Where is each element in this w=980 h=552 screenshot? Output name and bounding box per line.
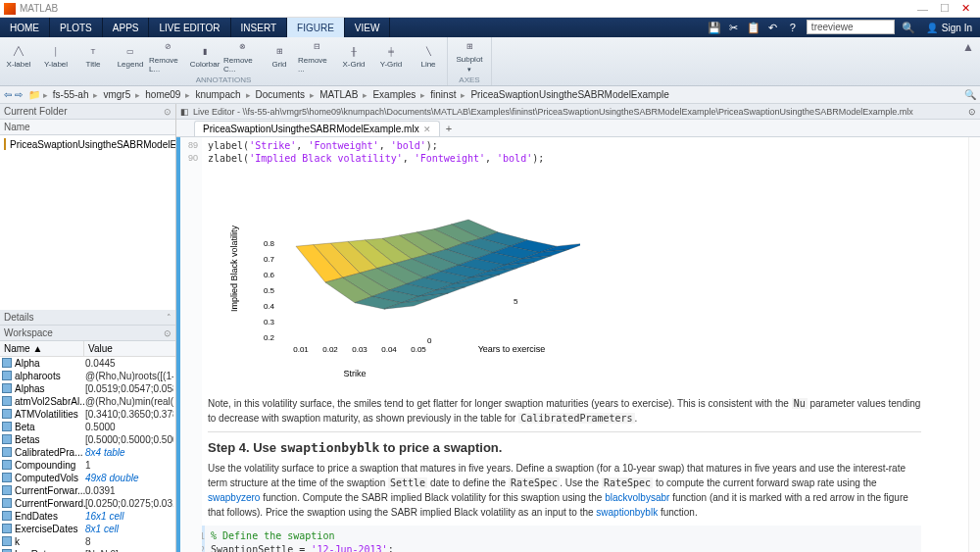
var-icon <box>2 434 12 444</box>
line-button[interactable]: ╲Line <box>410 37 447 75</box>
close-button[interactable]: ✕ <box>956 2 976 15</box>
message-bar[interactable] <box>968 137 980 552</box>
svg-text:0.4: 0.4 <box>264 302 275 311</box>
file-row[interactable]: PriceaSwaptionUsingtheSABRModelE... <box>2 137 173 151</box>
name-col[interactable]: Name ▲ <box>0 341 84 356</box>
svg-text:Strike: Strike <box>343 369 366 378</box>
svg-text:0: 0 <box>427 336 432 345</box>
workspace-variable[interactable]: alpharoots@(Rho,Nu)roots([(1-Be... <box>0 370 175 382</box>
svg-text:0.02: 0.02 <box>322 345 338 354</box>
tab-plots[interactable]: PLOTS <box>50 18 103 37</box>
workspace-menu-icon[interactable]: ⊙ <box>164 328 172 338</box>
help-icon[interactable]: ? <box>783 18 803 37</box>
svg-text:0.8: 0.8 <box>264 239 275 248</box>
colorbar-button[interactable]: ▮Colorbar <box>186 37 223 75</box>
remove-grid-button[interactable]: ⊟Remove ... <box>298 37 335 75</box>
workspace-variable[interactable]: CalibratedPra...8x4 table <box>0 446 175 459</box>
code-line: zlabel('Implied Black volatility', 'Font… <box>208 152 921 165</box>
workspace-header[interactable]: Workspace ⊙ <box>0 326 175 341</box>
workspace-variable[interactable]: ExerciseDates8x1 cell <box>0 523 175 535</box>
editor-tab[interactable]: PriceaSwaptionUsingtheSABRModelExample.m… <box>194 121 440 136</box>
window-titlebar: MATLAB — ☐ ✕ <box>0 0 980 18</box>
tab-close-icon[interactable]: ✕ <box>423 125 431 134</box>
code-line: 91% Define the swaption <box>211 529 915 543</box>
svg-text:0.3: 0.3 <box>264 318 275 326</box>
workspace-variable[interactable]: CurrentForwar...0.0391 <box>0 484 175 497</box>
path-back-icon[interactable]: ⇦ ⇨ <box>4 89 23 100</box>
subplot-button[interactable]: ⊞Subplot▾ <box>448 37 491 75</box>
remove-colorbar-button[interactable]: ⊗Remove C... <box>223 37 261 75</box>
matlab-logo-icon <box>4 3 16 15</box>
name-column-header[interactable]: Name <box>4 122 30 132</box>
remove-colorbar-icon: ⊗ <box>233 40 251 54</box>
workspace-variable[interactable]: LegRate[NaN,0] <box>0 548 175 552</box>
sign-in-button[interactable]: 👤 Sign In <box>918 18 980 37</box>
svg-text:0.6: 0.6 <box>264 271 275 279</box>
step-heading: Step 4. Use swaptionbyblk to price a swa… <box>208 440 921 455</box>
search-input[interactable] <box>807 20 895 34</box>
tab-home[interactable]: HOME <box>0 18 50 37</box>
workspace-variable[interactable]: ATMVolatilities[0.3410;0.3650;0.3780... <box>0 408 175 421</box>
subplot-icon: ⊞ <box>461 39 478 53</box>
tab-insert[interactable]: INSERT <box>231 18 288 37</box>
var-icon <box>2 447 12 457</box>
tab-figure[interactable]: FIGURE <box>287 18 345 37</box>
tab-view[interactable]: VIEW <box>345 18 391 37</box>
workspace-variable[interactable]: EndDates16x1 cell <box>0 510 175 523</box>
svg-text:0.01: 0.01 <box>293 345 309 354</box>
tab-apps[interactable]: APPS <box>103 18 150 37</box>
workspace-variable[interactable]: k8 <box>0 535 175 548</box>
colorbar-icon: ▮ <box>196 44 214 58</box>
var-icon <box>2 524 12 533</box>
editor-menu-icon[interactable]: ⊙ <box>968 107 976 117</box>
panel-menu-icon[interactable]: ⊙ <box>164 107 172 117</box>
workspace-variable[interactable]: CurrentForward...[0.0250;0.0275;0.0318..… <box>0 497 175 510</box>
workspace-variable[interactable]: ComputedVols49x8 double <box>0 472 175 484</box>
ygrid-button[interactable]: ╪Y-Grid <box>372 37 410 75</box>
maximize-button[interactable]: ☐ <box>934 2 956 15</box>
ribbon-collapse-icon[interactable]: ▲ <box>962 40 974 54</box>
path-search-icon[interactable]: 🔍 <box>964 89 976 100</box>
folder-icon: 📁 <box>28 89 40 100</box>
svg-text:0.5: 0.5 <box>264 286 275 295</box>
minimize-button[interactable]: — <box>911 3 934 15</box>
swapbyzero-link[interactable]: swapbyzero <box>208 492 260 503</box>
details-chevron-icon[interactable]: ˄ <box>167 313 172 323</box>
svg-text:5: 5 <box>514 297 518 306</box>
workspace-variable[interactable]: atmVol2SabrAl...@(Rho,Nu)min(real(arr... <box>0 395 175 408</box>
search-go-icon[interactable]: 🔍 <box>899 18 918 37</box>
editor-content[interactable]: ylabel('Strike', 'Fontweight', 'bold'); … <box>202 137 980 552</box>
swaptionbyblk-link[interactable]: swaptionbyblk <box>596 507 658 518</box>
user-icon: 👤 <box>926 23 938 33</box>
remove-legend-button[interactable]: ⊘Remove L... <box>149 37 186 75</box>
cut-icon[interactable]: ✂ <box>724 18 744 37</box>
value-col[interactable]: Value <box>84 341 117 356</box>
xgrid-button[interactable]: ╫X-Grid <box>335 37 372 75</box>
legend-button[interactable]: ▭Legend <box>112 37 149 75</box>
tab-live-editor[interactable]: LIVE EDITOR <box>149 18 230 37</box>
address-bar[interactable]: ⇦ ⇨ 📁 ▸fs-55-ah ▸vmgr5 ▸home09 ▸knumpach… <box>0 86 980 104</box>
line-icon: ╲ <box>419 44 437 58</box>
workspace-columns: Name ▲ Value <box>0 341 175 357</box>
details-header[interactable]: Details ˄ <box>0 310 175 326</box>
tab-add-button[interactable]: + <box>440 121 458 136</box>
workspace-variable[interactable]: Alpha0.0445 <box>0 357 175 370</box>
workspace-variable[interactable]: Beta0.5000 <box>0 421 175 433</box>
title-button[interactable]: TTitle <box>74 37 112 75</box>
undo-icon[interactable]: ↶ <box>763 18 783 37</box>
blackvolbysabr-link[interactable]: blackvolbysabr <box>605 492 669 503</box>
ylabel-button[interactable]: │Y-label <box>37 37 74 75</box>
workspace-variable[interactable]: Compounding1 <box>0 459 175 472</box>
grid-button[interactable]: ⊞Grid <box>261 37 298 75</box>
save-icon[interactable]: 💾 <box>705 18 724 37</box>
xlabel-button[interactable]: ╱╲X-label <box>0 37 37 75</box>
svg-text:0.03: 0.03 <box>352 345 368 354</box>
window-title: MATLAB <box>20 3 58 14</box>
ribbon-group-annotations: ╱╲X-label │Y-label TTitle ▭Legend ⊘Remov… <box>0 37 448 85</box>
var-icon <box>2 409 12 419</box>
copy-icon[interactable]: 📋 <box>744 18 763 37</box>
workspace-variable[interactable]: Alphas[0.0519;0.0547;0.0584... <box>0 382 175 395</box>
xlabel-icon: ╱╲ <box>10 44 27 58</box>
workspace-variable[interactable]: Betas[0.5000;0.5000;0.5000... <box>0 433 175 446</box>
current-folder-header[interactable]: Current Folder ⊙ <box>0 104 175 120</box>
